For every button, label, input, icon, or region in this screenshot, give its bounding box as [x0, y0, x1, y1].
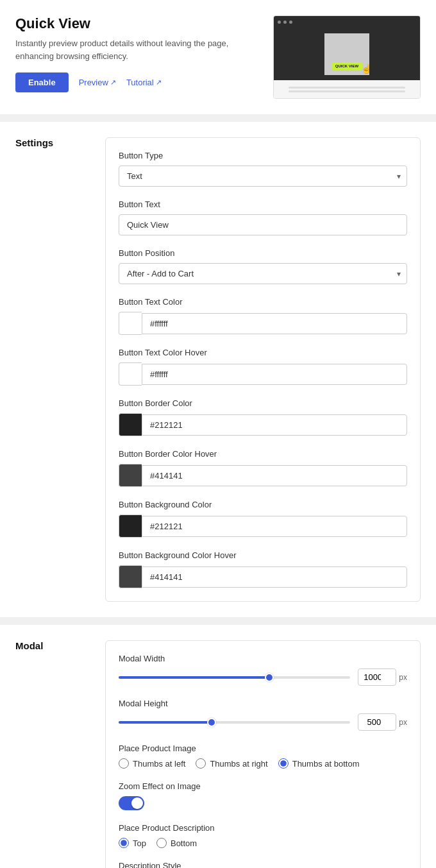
- tutorial-link[interactable]: Tutorial ↗: [126, 78, 162, 87]
- button-background-color-hover-swatch[interactable]: [119, 565, 142, 588]
- thumbs-bottom-radio[interactable]: [278, 758, 289, 769]
- button-background-color-label: Button Background Color: [119, 500, 407, 509]
- button-background-color-hover-picker: [119, 565, 407, 588]
- description-top-radio[interactable]: [119, 838, 129, 848]
- button-background-color-input[interactable]: [142, 516, 407, 537]
- thumbs-right-option[interactable]: Thumbs at right: [196, 758, 267, 769]
- thumbs-bottom-option[interactable]: Thumbs at bottom: [278, 758, 360, 769]
- place-product-image-label: Place Product Image: [119, 744, 407, 753]
- button-border-color-hover-input[interactable]: [142, 465, 407, 486]
- quick-view-mock-button: QUICK VIEW: [331, 62, 362, 70]
- zoom-effect-toggle[interactable]: [119, 796, 144, 810]
- button-text-color-hover-swatch[interactable]: [119, 362, 142, 386]
- button-text-field: Button Text: [119, 200, 407, 235]
- modal-width-slider-fill: [119, 676, 269, 679]
- mockup-dot-1: [278, 21, 281, 24]
- description-bottom-label: Bottom: [171, 838, 197, 848]
- button-text-color-input[interactable]: [142, 313, 407, 334]
- modal-height-input[interactable]: [358, 713, 396, 731]
- external-link-icon-2: ↗: [156, 78, 162, 87]
- button-text-color-hover-label: Button Text Color Hover: [119, 348, 407, 357]
- header-actions: Enable Preview ↗ Tutorial ↗: [15, 72, 260, 92]
- button-text-label: Button Text: [119, 200, 407, 209]
- modal-height-slider-track[interactable]: [119, 721, 350, 724]
- thumbs-right-label: Thumbs at right: [210, 759, 267, 769]
- footer-lines: [289, 87, 405, 92]
- footer-line-1: [289, 87, 405, 89]
- modal-width-slider-track[interactable]: [119, 676, 350, 679]
- button-text-color-field: Button Text Color: [119, 297, 407, 335]
- button-type-label: Button Type: [119, 151, 407, 160]
- modal-width-slider-row: px: [119, 668, 407, 686]
- description-top-option[interactable]: Top: [119, 838, 146, 848]
- button-border-color-hover-picker: [119, 464, 407, 487]
- place-product-image-field: Place Product Image Thumbs at left Thumb…: [119, 744, 407, 769]
- modal-width-input[interactable]: [358, 668, 396, 686]
- preview-image: QUICK VIEW ☝: [273, 15, 421, 99]
- mockup-footer: [274, 80, 420, 98]
- preview-link[interactable]: Preview ↗: [79, 78, 116, 87]
- description-bottom-option[interactable]: Bottom: [156, 838, 197, 848]
- modal-height-slider-row: px: [119, 713, 407, 731]
- button-background-color-hover-field: Button Background Color Hover: [119, 550, 407, 588]
- button-type-select[interactable]: Text Icon Icon + Text: [119, 166, 407, 187]
- button-border-color-hover-swatch[interactable]: [119, 464, 142, 487]
- button-position-label: Button Position: [119, 248, 407, 258]
- description-bottom-radio[interactable]: [156, 838, 167, 848]
- zoom-effect-field: Zoom Effect on Image: [119, 781, 407, 810]
- modal-width-value-group: px: [358, 668, 407, 686]
- mockup-product: QUICK VIEW ☝: [324, 33, 369, 75]
- modal-height-label: Modal Height: [119, 699, 407, 708]
- modal-section: Modal Modal Width px Mod: [0, 625, 436, 868]
- button-text-color-hover-picker: [119, 362, 407, 386]
- header-left: Quick View Instantly preview product det…: [15, 15, 273, 92]
- place-product-description-radio-group: Top Bottom: [119, 838, 407, 848]
- modal-height-slider-fill: [119, 721, 212, 724]
- button-border-color-field: Button Border Color: [119, 398, 407, 436]
- button-background-color-swatch[interactable]: [119, 515, 142, 538]
- button-position-select-wrapper: After - Add to Cart Before - Add to Cart…: [119, 263, 407, 284]
- button-border-color-hover-field: Button Border Color Hover: [119, 449, 407, 487]
- button-border-color-label: Button Border Color: [119, 398, 407, 408]
- button-text-input[interactable]: [119, 214, 407, 235]
- modal-width-slider-thumb[interactable]: [265, 673, 274, 682]
- modal-height-slider-thumb[interactable]: [207, 718, 216, 727]
- button-text-color-label: Button Text Color: [119, 297, 407, 307]
- place-product-image-radio-group: Thumbs at left Thumbs at right Thumbs at…: [119, 758, 407, 769]
- modal-width-field: Modal Width px: [119, 654, 407, 686]
- mockup-body: QUICK VIEW ☝: [274, 28, 420, 80]
- button-text-color-hover-input[interactable]: [142, 364, 407, 385]
- zoom-effect-toggle-knob: [131, 797, 143, 809]
- button-background-color-field: Button Background Color: [119, 500, 407, 538]
- place-product-description-label: Place Product Description: [119, 823, 407, 833]
- button-border-color-input[interactable]: [142, 414, 407, 436]
- thumbs-right-radio[interactable]: [196, 758, 206, 769]
- enable-button[interactable]: Enable: [15, 72, 69, 92]
- button-type-select-wrapper: Text Icon Icon + Text ▾: [119, 166, 407, 187]
- footer-line-2: [289, 90, 405, 92]
- settings-section: Settings Button Type Text Icon Icon + Te…: [0, 122, 436, 617]
- button-position-select[interactable]: After - Add to Cart Before - Add to Cart…: [119, 263, 407, 284]
- button-text-color-swatch[interactable]: [119, 312, 142, 335]
- thumbs-left-radio[interactable]: [119, 758, 129, 769]
- button-text-color-hover-field: Button Text Color Hover: [119, 348, 407, 386]
- mockup-dot-2: [283, 21, 287, 24]
- header-section: Quick View Instantly preview product det…: [0, 0, 436, 114]
- button-background-color-picker: [119, 515, 407, 538]
- button-background-color-hover-input[interactable]: [142, 566, 407, 588]
- mockup-topbar: [274, 16, 420, 28]
- place-product-description-field: Place Product Description Top Bottom: [119, 823, 407, 848]
- modal-title-col: Modal: [15, 640, 92, 651]
- settings-title: Settings: [15, 137, 92, 148]
- button-text-color-picker: [119, 312, 407, 335]
- mockup-dot-3: [289, 21, 292, 24]
- modal-panel: Modal Width px Modal Height: [105, 640, 421, 868]
- zoom-effect-label: Zoom Effect on Image: [119, 781, 407, 791]
- button-border-color-swatch[interactable]: [119, 413, 142, 436]
- thumbs-left-label: Thumbs at left: [133, 759, 185, 769]
- modal-height-value-group: px: [358, 713, 407, 731]
- thumbs-left-option[interactable]: Thumbs at left: [119, 758, 185, 769]
- modal-width-unit: px: [399, 673, 407, 682]
- button-position-field: Button Position After - Add to Cart Befo…: [119, 248, 407, 284]
- settings-panel: Button Type Text Icon Icon + Text ▾ Butt…: [105, 137, 421, 602]
